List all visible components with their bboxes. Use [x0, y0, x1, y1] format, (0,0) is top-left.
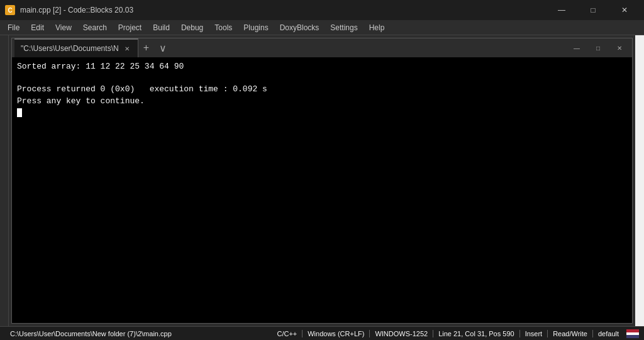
main-content: "C:\Users\User\Documents\N ✕ + ∨ — □ ✕ S…	[0, 35, 644, 326]
output-line-3: Process returned 0 (0x0) execution time …	[17, 84, 627, 95]
cursor	[17, 108, 22, 117]
terminal-minimize-button[interactable]: —	[567, 38, 587, 57]
terminal-tabbar: "C:\Users\User\Documents\N ✕ + ∨ — □ ✕	[12, 38, 632, 57]
cursor-line	[17, 107, 627, 118]
new-tab-button[interactable]: +	[138, 38, 154, 57]
menu-debug[interactable]: Debug	[176, 22, 208, 33]
press-any-key-text: Press any key to continue.	[17, 96, 145, 106]
output-line-4: Press any key to continue.	[17, 96, 627, 107]
flag-icon	[626, 329, 639, 338]
minimize-button[interactable]: —	[547, 0, 576, 20]
status-language: C/C++	[272, 330, 302, 337]
left-sidebar	[0, 35, 9, 326]
output-line-2	[17, 72, 627, 84]
right-panel	[635, 35, 644, 326]
app-icon: C	[5, 5, 15, 15]
terminal-maximize-button[interactable]: □	[588, 38, 608, 57]
titlebar-controls: — □ ✕	[547, 0, 639, 20]
menu-doxyblocks[interactable]: DoxyBlocks	[275, 22, 325, 33]
status-access: Read/Write	[547, 330, 592, 337]
terminal-close-button[interactable]: ✕	[609, 38, 630, 57]
terminal-window-controls: — □ ✕	[567, 38, 630, 57]
status-encoding: Windows (CR+LF)	[302, 330, 369, 337]
menu-help[interactable]: Help	[364, 22, 390, 33]
terminal-tab[interactable]: "C:\Users\User\Documents\N ✕	[14, 38, 138, 57]
tab-dropdown[interactable]: ∨	[154, 38, 172, 57]
menu-plugins[interactable]: Plugins	[238, 22, 273, 33]
app-title: main.cpp [2] - Code::Blocks 20.03	[20, 6, 133, 14]
menu-edit[interactable]: Edit	[26, 22, 49, 33]
menu-settings[interactable]: Settings	[325, 22, 362, 33]
center-area: "C:\Users\User\Documents\N ✕ + ∨ — □ ✕ S…	[9, 35, 635, 326]
menu-tools[interactable]: Tools	[209, 22, 237, 33]
status-position: Line 21, Col 31, Pos 590	[433, 330, 519, 337]
menubar: File Edit View Search Project Build Debu…	[0, 20, 644, 35]
outer-titlebar: C main.cpp [2] - Code::Blocks 20.03 — □ …	[0, 0, 644, 20]
status-filepath: C:\Users\User\Documents\New folder (7)\2…	[5, 330, 177, 337]
terminal-tab-close[interactable]: ✕	[123, 44, 131, 53]
titlebar-left: C main.cpp [2] - Code::Blocks 20.03	[5, 5, 133, 15]
status-theme: default	[592, 330, 624, 337]
status-insert: Insert	[519, 330, 548, 337]
menu-search[interactable]: Search	[78, 22, 112, 33]
status-codepage: WINDOWS-1252	[369, 330, 433, 337]
app-icon-label: C	[8, 7, 12, 14]
menu-view[interactable]: View	[50, 22, 77, 33]
terminal-tab-title: "C:\Users\User\Documents\N	[21, 44, 119, 53]
maximize-button[interactable]: □	[579, 0, 608, 20]
statusbar: C:\Users\User\Documents\New folder (7)\2…	[0, 326, 644, 340]
terminal-window: "C:\Users\User\Documents\N ✕ + ∨ — □ ✕ S…	[11, 38, 633, 324]
outer-window: C main.cpp [2] - Code::Blocks 20.03 — □ …	[0, 0, 644, 340]
terminal-body: Sorted array: 11 12 22 25 34 64 90 Proce…	[12, 57, 632, 323]
menu-build[interactable]: Build	[148, 22, 175, 33]
close-button[interactable]: ✕	[610, 0, 639, 20]
menu-file[interactable]: File	[3, 22, 25, 33]
menu-project[interactable]: Project	[113, 22, 147, 33]
output-line-1: Sorted array: 11 12 22 25 34 64 90	[17, 61, 627, 72]
